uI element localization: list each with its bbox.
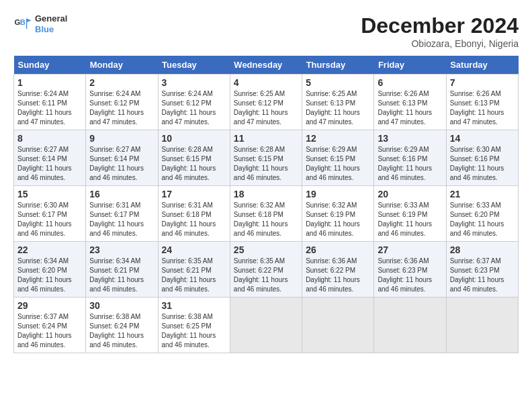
day-info: Sunrise: 6:33 AM Sunset: 6:20 PM Dayligh… [450, 201, 515, 238]
day-info: Sunrise: 6:28 AM Sunset: 6:15 PM Dayligh… [162, 145, 226, 183]
day-number: 30 [89, 300, 154, 311]
day-info: Sunrise: 6:33 AM Sunset: 6:19 PM Dayligh… [378, 201, 442, 238]
day-number: 16 [89, 189, 154, 199]
logo: G B General Blue [13, 13, 67, 34]
day-info: Sunrise: 6:30 AM Sunset: 6:16 PM Dayligh… [450, 145, 515, 183]
day-number: 2 [89, 77, 154, 88]
calendar-cell: 14Sunrise: 6:30 AM Sunset: 6:16 PM Dayli… [446, 130, 518, 186]
day-number: 11 [234, 133, 298, 144]
day-info: Sunrise: 6:32 AM Sunset: 6:18 PM Dayligh… [234, 201, 298, 238]
day-info: Sunrise: 6:28 AM Sunset: 6:15 PM Dayligh… [234, 145, 298, 183]
svg-marker-2 [27, 18, 32, 22]
day-info: Sunrise: 6:29 AM Sunset: 6:15 PM Dayligh… [306, 145, 370, 183]
calendar-cell [302, 298, 374, 353]
logo-text: General Blue [35, 13, 67, 34]
weekday-header: Sunday [14, 56, 86, 75]
day-info: Sunrise: 6:38 AM Sunset: 6:25 PM Dayligh… [162, 312, 226, 350]
day-number: 19 [306, 189, 370, 199]
calendar-cell: 4Sunrise: 6:25 AM Sunset: 6:12 PM Daylig… [230, 75, 302, 130]
weekday-header: Saturday [446, 56, 518, 75]
day-number: 7 [450, 77, 515, 88]
page-header: G B General Blue December 2024 Obiozara,… [13, 13, 519, 49]
calendar-cell: 30Sunrise: 6:38 AM Sunset: 6:24 PM Dayli… [86, 298, 158, 353]
day-number: 12 [306, 133, 370, 144]
day-number: 17 [162, 189, 226, 199]
logo-line2: Blue [35, 24, 67, 35]
calendar-cell: 24Sunrise: 6:35 AM Sunset: 6:21 PM Dayli… [158, 242, 230, 298]
logo-line1: General [35, 13, 67, 24]
calendar-cell: 10Sunrise: 6:28 AM Sunset: 6:15 PM Dayli… [158, 130, 230, 186]
calendar-table: SundayMondayTuesdayWednesdayThursdayFrid… [13, 56, 519, 353]
calendar-cell: 1Sunrise: 6:24 AM Sunset: 6:11 PM Daylig… [14, 75, 86, 130]
weekday-header: Thursday [302, 56, 374, 75]
calendar-cell [374, 298, 446, 353]
calendar-week-row: 8Sunrise: 6:27 AM Sunset: 6:14 PM Daylig… [14, 130, 519, 186]
calendar-cell: 21Sunrise: 6:33 AM Sunset: 6:20 PM Dayli… [446, 186, 518, 242]
calendar-cell: 5Sunrise: 6:25 AM Sunset: 6:13 PM Daylig… [302, 75, 374, 130]
calendar-cell: 29Sunrise: 6:37 AM Sunset: 6:24 PM Dayli… [14, 298, 86, 353]
calendar-week-row: 15Sunrise: 6:30 AM Sunset: 6:17 PM Dayli… [14, 186, 519, 242]
day-number: 21 [450, 189, 515, 199]
day-number: 18 [234, 189, 298, 199]
calendar-cell [230, 298, 302, 353]
calendar-cell: 22Sunrise: 6:34 AM Sunset: 6:20 PM Dayli… [14, 242, 86, 298]
calendar-cell: 18Sunrise: 6:32 AM Sunset: 6:18 PM Dayli… [230, 186, 302, 242]
day-info: Sunrise: 6:25 AM Sunset: 6:12 PM Dayligh… [234, 89, 298, 127]
calendar-cell: 31Sunrise: 6:38 AM Sunset: 6:25 PM Dayli… [158, 298, 230, 353]
day-number: 25 [234, 244, 298, 255]
calendar-cell: 23Sunrise: 6:34 AM Sunset: 6:21 PM Dayli… [86, 242, 158, 298]
calendar-cell: 27Sunrise: 6:36 AM Sunset: 6:23 PM Dayli… [374, 242, 446, 298]
day-info: Sunrise: 6:30 AM Sunset: 6:17 PM Dayligh… [17, 201, 82, 238]
calendar-week-row: 29Sunrise: 6:37 AM Sunset: 6:24 PM Dayli… [14, 298, 519, 353]
day-number: 22 [17, 244, 82, 255]
day-number: 29 [17, 300, 82, 311]
day-number: 13 [378, 133, 442, 144]
calendar-cell: 13Sunrise: 6:29 AM Sunset: 6:16 PM Dayli… [374, 130, 446, 186]
title-block: December 2024 Obiozara, Ebonyi, Nigeria [361, 13, 519, 49]
day-number: 23 [89, 244, 154, 255]
svg-text:B: B [20, 18, 26, 26]
calendar-week-row: 1Sunrise: 6:24 AM Sunset: 6:11 PM Daylig… [14, 75, 519, 130]
calendar-cell: 6Sunrise: 6:26 AM Sunset: 6:13 PM Daylig… [374, 75, 446, 130]
calendar-cell: 7Sunrise: 6:26 AM Sunset: 6:13 PM Daylig… [446, 75, 518, 130]
day-info: Sunrise: 6:24 AM Sunset: 6:12 PM Dayligh… [162, 89, 226, 127]
calendar-cell: 17Sunrise: 6:31 AM Sunset: 6:18 PM Dayli… [158, 186, 230, 242]
day-number: 5 [306, 77, 370, 88]
calendar-cell: 20Sunrise: 6:33 AM Sunset: 6:19 PM Dayli… [374, 186, 446, 242]
day-info: Sunrise: 6:27 AM Sunset: 6:14 PM Dayligh… [89, 145, 154, 183]
calendar-cell: 16Sunrise: 6:31 AM Sunset: 6:17 PM Dayli… [86, 186, 158, 242]
calendar-cell: 8Sunrise: 6:27 AM Sunset: 6:14 PM Daylig… [14, 130, 86, 186]
day-info: Sunrise: 6:29 AM Sunset: 6:16 PM Dayligh… [378, 145, 442, 183]
day-number: 1 [17, 77, 82, 88]
day-number: 20 [378, 189, 442, 199]
calendar-subtitle: Obiozara, Ebonyi, Nigeria [361, 38, 519, 49]
day-info: Sunrise: 6:35 AM Sunset: 6:21 PM Dayligh… [162, 257, 226, 294]
day-info: Sunrise: 6:34 AM Sunset: 6:20 PM Dayligh… [17, 257, 82, 294]
day-info: Sunrise: 6:25 AM Sunset: 6:13 PM Dayligh… [306, 89, 370, 127]
calendar-cell [446, 298, 518, 353]
calendar-cell: 11Sunrise: 6:28 AM Sunset: 6:15 PM Dayli… [230, 130, 302, 186]
calendar-cell: 15Sunrise: 6:30 AM Sunset: 6:17 PM Dayli… [14, 186, 86, 242]
day-info: Sunrise: 6:36 AM Sunset: 6:22 PM Dayligh… [306, 257, 370, 294]
day-info: Sunrise: 6:36 AM Sunset: 6:23 PM Dayligh… [378, 257, 442, 294]
day-info: Sunrise: 6:26 AM Sunset: 6:13 PM Dayligh… [450, 89, 515, 127]
day-info: Sunrise: 6:32 AM Sunset: 6:19 PM Dayligh… [306, 201, 370, 238]
weekday-header: Friday [374, 56, 446, 75]
svg-text:G: G [14, 18, 20, 26]
weekday-header: Monday [86, 56, 158, 75]
calendar-cell: 25Sunrise: 6:35 AM Sunset: 6:22 PM Dayli… [230, 242, 302, 298]
day-number: 28 [450, 244, 515, 255]
calendar-cell: 28Sunrise: 6:37 AM Sunset: 6:23 PM Dayli… [446, 242, 518, 298]
day-number: 4 [234, 77, 298, 88]
weekday-header: Wednesday [230, 56, 302, 75]
day-info: Sunrise: 6:27 AM Sunset: 6:14 PM Dayligh… [17, 145, 82, 183]
day-info: Sunrise: 6:37 AM Sunset: 6:24 PM Dayligh… [17, 312, 82, 350]
day-number: 27 [378, 244, 442, 255]
day-number: 26 [306, 244, 370, 255]
calendar-cell: 3Sunrise: 6:24 AM Sunset: 6:12 PM Daylig… [158, 75, 230, 130]
calendar-cell: 19Sunrise: 6:32 AM Sunset: 6:19 PM Dayli… [302, 186, 374, 242]
day-info: Sunrise: 6:37 AM Sunset: 6:23 PM Dayligh… [450, 257, 515, 294]
day-info: Sunrise: 6:34 AM Sunset: 6:21 PM Dayligh… [89, 257, 154, 294]
logo-icon: G B [13, 15, 32, 34]
day-number: 8 [17, 133, 82, 144]
